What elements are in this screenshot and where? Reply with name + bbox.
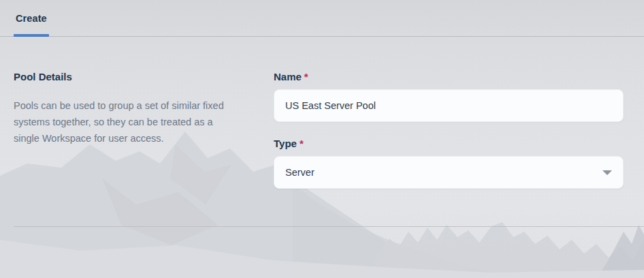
type-select-value: Server — [285, 167, 315, 178]
pool-details-info: Pool Details Pools can be used to group … — [14, 71, 238, 146]
tab-bar: Create — [0, 0, 644, 37]
caret-down-icon — [602, 170, 612, 175]
type-field-label: Type* — [274, 138, 624, 150]
section-heading: Pool Details — [14, 71, 238, 82]
name-input[interactable] — [274, 89, 624, 122]
name-field-group: Name* — [274, 71, 624, 122]
type-field-group: Type* Server — [274, 138, 624, 189]
tab-create-label: Create — [16, 13, 47, 24]
type-label-text: Type — [274, 138, 297, 149]
name-label-text: Name — [274, 71, 302, 82]
type-required-asterisk: * — [300, 138, 304, 149]
name-field-label: Name* — [274, 71, 624, 83]
name-required-asterisk: * — [304, 71, 308, 82]
create-pool-form: Name* Type* Server — [274, 71, 624, 189]
type-select[interactable]: Server — [274, 156, 624, 189]
tab-create[interactable]: Create — [14, 0, 49, 36]
section-divider — [14, 226, 644, 227]
section-description: Pools can be used to group a set of simi… — [14, 97, 233, 146]
